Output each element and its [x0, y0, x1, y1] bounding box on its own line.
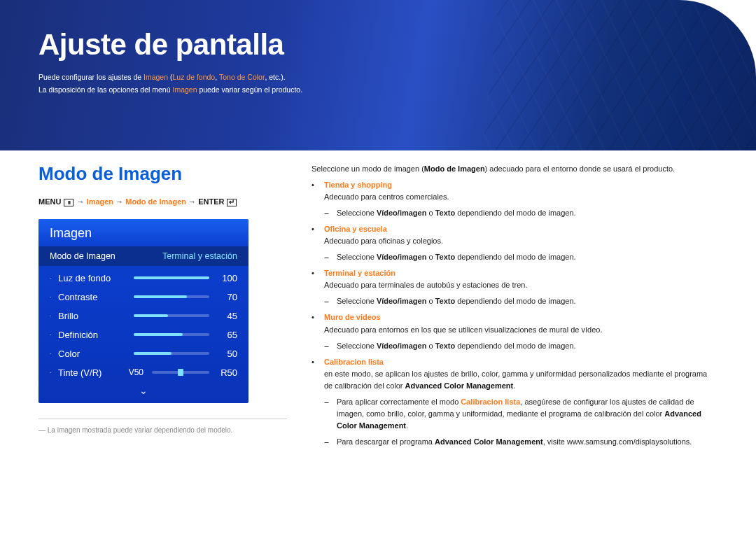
calib-sub2: ‒ Para descargar el programa Advanced Co… — [324, 436, 718, 448]
mode-name: Oficina y escuela — [324, 225, 387, 233]
osd-sel-value: Terminal y estación — [162, 251, 237, 261]
right-column: Seleccione un modo de imagen (Modo de Im… — [312, 163, 718, 448]
mode-desc: Adecuado para terminales de autobús y es… — [324, 281, 527, 289]
osd-sel-label: Modo de Imagen — [50, 251, 115, 261]
osd-row-tint[interactable]: · Tinte (V/R) V50 R50 — [38, 363, 248, 382]
hero-banner: Ajuste de pantalla Puede configurar los … — [0, 0, 756, 150]
slider[interactable] — [134, 314, 209, 317]
enter-icon — [227, 199, 237, 206]
mode-sub: ‒Seleccione Vídeo/imagen o Texto dependi… — [324, 207, 718, 219]
bullet-icon: · — [50, 312, 58, 319]
osd-row[interactable]: ·Color50 — [38, 344, 248, 363]
tint-slider[interactable] — [152, 371, 209, 374]
mode-item: •Tienda y shoppingAdecuado para centros … — [312, 179, 718, 203]
osd-row[interactable]: ·Brillo45 — [38, 307, 248, 325]
osd-row-label: Brillo — [58, 311, 128, 321]
slider[interactable] — [134, 333, 209, 336]
osd-row-value: 50 — [215, 349, 237, 359]
osd-title: Imagen — [38, 219, 248, 246]
mode-sub: ‒Seleccione Vídeo/imagen o Texto dependi… — [324, 340, 718, 352]
slider[interactable] — [134, 352, 209, 355]
intro-line: Seleccione un modo de imagen (Modo de Im… — [312, 163, 718, 175]
osd-row-label: Contraste — [58, 292, 128, 302]
mode-item: •Muro de videosAdecuado para entornos en… — [312, 311, 718, 335]
osd-row-value: 45 — [215, 311, 237, 321]
hero-title: Ajuste de pantalla — [38, 28, 756, 62]
mode-sub: ‒Seleccione Vídeo/imagen o Texto dependi… — [324, 251, 718, 263]
osd-selected-row[interactable]: Modo de Imagen Terminal y estación — [38, 246, 248, 266]
osd-row-label: Definición — [58, 330, 128, 340]
bullet-icon: · — [50, 274, 58, 281]
section-heading: Modo de Imagen — [38, 163, 284, 185]
osd-row-label: Luz de fondo — [58, 273, 128, 283]
chevron-down-icon[interactable]: ⌄ — [38, 382, 248, 403]
mode-desc: Adecuado para oficinas y colegios. — [324, 237, 443, 245]
mode-desc: Adecuado para entornos en los que se uti… — [324, 325, 602, 334]
mode-item: •Terminal y estaciónAdecuado para termin… — [312, 267, 718, 291]
bullet-icon: · — [50, 350, 58, 357]
calib-sub1: ‒ Para aplicar correctamente el modo Cal… — [324, 396, 718, 432]
osd-row-value: 100 — [215, 273, 237, 283]
osd-panel: Imagen Modo de Imagen Terminal y estació… — [38, 219, 248, 403]
modes-list: •Tienda y shoppingAdecuado para centros … — [312, 179, 718, 352]
bullet-icon: · — [50, 331, 58, 338]
osd-row-value: 65 — [215, 330, 237, 340]
hero-line2: La disposición de las opciones del menú … — [38, 84, 756, 97]
mode-name: Tienda y shopping — [324, 181, 392, 189]
osd-row[interactable]: ·Luz de fondo100 — [38, 269, 248, 288]
slider[interactable] — [134, 295, 209, 298]
footnote: ― La imagen mostrada puede variar depend… — [38, 426, 284, 434]
osd-row-value: 70 — [215, 292, 237, 302]
menu-icon: III — [64, 199, 74, 206]
menu-path: MENU III → Imagen → Modo de Imagen → ENT… — [38, 197, 284, 206]
bullet-icon: · — [50, 369, 58, 376]
mode-sub: ‒Seleccione Vídeo/imagen o Texto dependi… — [324, 295, 718, 307]
left-column: Modo de Imagen MENU III → Imagen → Modo … — [38, 163, 284, 448]
osd-row-label: Color — [58, 349, 128, 359]
mode-name: Terminal y estación — [324, 269, 396, 277]
osd-row[interactable]: ·Contraste70 — [38, 288, 248, 307]
mode-item: •Oficina y escuelaAdecuado para oficinas… — [312, 223, 718, 247]
bullet-icon: · — [50, 293, 58, 300]
hero-line1: Puede configurar los ajustes de Imagen (… — [38, 71, 756, 84]
mode-name: Muro de videos — [324, 313, 381, 321]
mode-desc: Adecuado para centros comerciales. — [324, 192, 449, 201]
slider[interactable] — [134, 276, 209, 279]
divider — [38, 419, 287, 419]
osd-row[interactable]: ·Definición65 — [38, 325, 248, 344]
osd-rows: ·Luz de fondo100·Contraste70·Brillo45·De… — [38, 266, 248, 363]
mode-calibracion: • Calibracion lista en este modo, se apl… — [312, 356, 718, 392]
